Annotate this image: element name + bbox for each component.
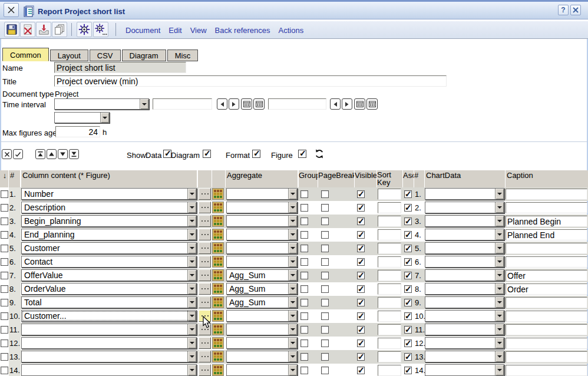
chevron-down-icon[interactable] [187,216,196,226]
aggregate-dropdown[interactable]: Agg_Sum [226,283,298,295]
row-select-checkbox[interactable] [1,326,8,334]
chevron-down-icon[interactable] [288,365,297,375]
chartdata-dropdown[interactable] [425,229,504,240]
chevron-down-icon[interactable] [288,338,297,348]
show-data-checkbox[interactable] [163,150,171,158]
chevron-down-icon[interactable] [187,189,196,199]
ellipsis-button[interactable] [199,296,211,308]
pagebreak-checkbox[interactable] [321,272,329,279]
time-interval-from-field[interactable] [153,98,212,110]
chevron-down-icon[interactable] [495,202,504,213]
figure-colors-icon[interactable] [212,364,224,376]
move-down-button[interactable] [58,149,68,159]
sortkey-input[interactable] [378,365,401,376]
chevron-down-icon[interactable] [495,338,504,348]
menu-document[interactable]: Document [125,26,160,35]
group-checkbox[interactable] [300,353,308,361]
pagebreak-checkbox[interactable] [321,339,329,347]
chevron-down-icon[interactable] [288,243,297,253]
group-checkbox[interactable] [300,285,308,293]
ellipsis-button[interactable] [199,283,211,295]
chartdata-dropdown[interactable] [425,256,504,268]
caption-input[interactable] [506,256,587,268]
aggregate-dropdown[interactable] [226,351,298,362]
group-checkbox[interactable] [300,204,308,212]
column-content-dropdown[interactable] [21,351,197,362]
chevron-down-icon[interactable] [288,351,297,362]
chevron-down-icon[interactable] [187,365,196,375]
chevron-down-icon[interactable] [495,351,504,362]
chevron-down-icon[interactable] [288,202,297,213]
row-select-checkbox[interactable] [1,353,8,361]
chevron-down-icon[interactable] [187,338,196,348]
aggregate-dropdown[interactable] [226,337,298,349]
figure-colors-icon[interactable] [212,202,224,213]
caption-input[interactable] [506,216,587,227]
pagebreak-checkbox[interactable] [321,312,329,320]
next-date-button[interactable] [342,98,352,110]
move-to-bottom-button[interactable] [69,149,79,159]
chevron-down-icon[interactable] [288,297,297,308]
caption-input[interactable] [506,351,587,362]
tab-csv[interactable]: CSV [90,50,121,61]
chevron-down-icon[interactable] [187,229,196,240]
aggregate-dropdown[interactable]: Agg_Sum [226,296,298,308]
asc-checkbox[interactable] [404,190,412,198]
chevron-down-icon[interactable] [100,113,109,123]
row-select-checkbox[interactable] [1,339,8,347]
chartdata-dropdown[interactable] [425,296,504,308]
refresh-icon[interactable] [314,149,325,159]
column-content-dropdown[interactable]: OrderValue [21,283,197,295]
select-all-button[interactable] [13,149,23,159]
group-checkbox[interactable] [300,339,308,347]
chevron-down-icon[interactable] [495,229,504,240]
row-select-checkbox[interactable] [1,312,8,320]
sortkey-input[interactable] [378,270,401,281]
column-content-dropdown[interactable]: OfferValue [21,269,197,281]
help-button[interactable]: ? [558,5,569,15]
row-select-checkbox[interactable] [1,299,8,306]
chevron-down-icon[interactable] [495,311,504,321]
save-button[interactable] [4,22,19,37]
prev-date-button[interactable] [330,98,341,110]
chartdata-dropdown[interactable] [425,310,504,322]
aggregate-dropdown[interactable] [226,242,298,254]
column-content-dropdown[interactable]: Contact [21,256,197,268]
chevron-down-icon[interactable] [187,297,196,308]
figure-colors-icon[interactable] [212,337,224,349]
window-close-button-left[interactable] [4,3,19,17]
chartdata-dropdown[interactable] [425,337,504,349]
ellipsis-button[interactable] [199,242,211,254]
show-format-checkbox[interactable] [252,150,260,158]
pagebreak-checkbox[interactable] [321,353,329,361]
group-checkbox[interactable] [300,326,308,334]
aggregate-dropdown[interactable] [226,202,298,213]
column-content-dropdown[interactable] [21,364,197,376]
asc-checkbox[interactable] [404,272,412,279]
caption-input[interactable] [506,243,587,254]
pagebreak-checkbox[interactable] [321,299,329,306]
visible-checkbox[interactable] [357,217,365,225]
chartdata-dropdown[interactable] [425,269,504,281]
chevron-down-icon[interactable] [495,283,504,294]
window-close-button[interactable] [570,5,581,15]
sortkey-input[interactable] [378,189,401,200]
chartdata-dropdown[interactable] [425,242,504,254]
row-select-checkbox[interactable] [1,285,8,293]
tab-layout[interactable]: Layout [50,50,88,61]
figure-colors-icon[interactable] [212,256,224,268]
chevron-down-icon[interactable] [288,189,297,199]
column-content-dropdown[interactable]: Customer... [21,310,197,322]
visible-checkbox[interactable] [357,326,365,334]
caption-input[interactable] [506,297,587,308]
chevron-down-icon[interactable] [495,297,504,308]
asc-checkbox[interactable] [404,245,412,252]
aggregate-dropdown[interactable] [226,229,298,240]
caption-input[interactable] [506,270,587,281]
menu-view[interactable]: View [190,26,207,35]
sortkey-input[interactable] [378,256,401,268]
chartdata-dropdown[interactable] [425,202,504,213]
asc-checkbox[interactable] [404,312,412,320]
sortkey-input[interactable] [378,351,401,362]
asc-checkbox[interactable] [404,367,412,374]
